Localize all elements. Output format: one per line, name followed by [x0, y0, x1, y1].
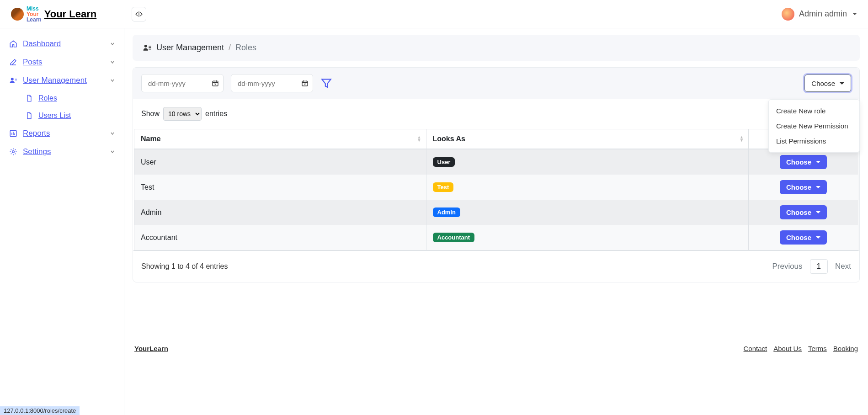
filter-button[interactable]: [320, 77, 332, 89]
rows-select[interactable]: 10 rows: [163, 107, 202, 121]
footer-brand[interactable]: YourLearn: [134, 345, 168, 352]
table-controls: Show 10 rows entries Search: [133, 99, 859, 129]
chevron-down-icon: [816, 186, 820, 188]
user-list-icon: [143, 43, 152, 53]
chart-icon: [9, 129, 18, 138]
sidebar-subitem-users-list[interactable]: Users List: [0, 107, 124, 124]
show-label: Show: [141, 110, 160, 118]
row-choose-button[interactable]: Choose: [780, 230, 827, 245]
footer-link-terms[interactable]: Terms: [808, 345, 827, 352]
panel: Choose Show 10 rows entries Search: [133, 67, 860, 282]
sidebar-item-dashboard[interactable]: Dashboard: [0, 35, 124, 53]
pagination: Previous 1 Next: [772, 259, 851, 274]
choose-dropdown-button[interactable]: Choose: [804, 74, 851, 92]
brand-logo-icon: [11, 8, 24, 21]
footer-link-contact[interactable]: Contact: [744, 345, 767, 352]
role-badge: User: [433, 157, 455, 167]
table-row: TestTestChoose: [134, 175, 858, 200]
svg-point-1: [11, 78, 14, 80]
col-looks-as[interactable]: Looks As▲▼: [426, 129, 748, 149]
avatar-icon: [782, 8, 794, 21]
choose-dropdown-menu: Create New role Create New Permission Li…: [768, 99, 860, 153]
menu-list-permissions[interactable]: List Permissions: [769, 133, 859, 149]
next-button[interactable]: Next: [835, 262, 851, 271]
edit-icon: [9, 58, 18, 66]
brand-name[interactable]: Your Learn: [44, 8, 97, 20]
date-to-input[interactable]: [231, 74, 313, 92]
filter-bar: Choose: [133, 68, 859, 99]
col-name[interactable]: Name▲▼: [134, 129, 426, 149]
role-badge: Test: [433, 182, 454, 192]
chevron-down-icon: [110, 131, 115, 136]
role-badge: Admin: [433, 208, 460, 217]
cell-name: Test: [134, 175, 426, 200]
user-menu[interactable]: Admin admin: [782, 8, 868, 21]
document-icon: [26, 112, 34, 119]
chevron-down-icon: [110, 78, 115, 83]
sidebar-item-user-management[interactable]: User Management: [0, 71, 124, 90]
brand-logo-text: Miss Your Learn: [27, 6, 42, 22]
cell-actions: Choose: [749, 149, 858, 175]
table-row: AdminAdminChoose: [134, 200, 858, 225]
cell-looks-as: User: [426, 149, 748, 175]
footer: YourLearn Contact About Us Terms Booking: [133, 337, 860, 360]
menu-create-permission[interactable]: Create New Permission: [769, 118, 859, 133]
chevron-down-icon: [852, 13, 857, 15]
breadcrumb-section[interactable]: User Management: [156, 43, 224, 53]
page-number[interactable]: 1: [810, 259, 828, 274]
sidebar-item-label: User Management: [23, 76, 87, 85]
breadcrumb-current: Roles: [235, 43, 256, 53]
table-row: UserUserChoose: [134, 149, 858, 175]
user-icon: [9, 76, 18, 85]
cell-name: Admin: [134, 200, 426, 225]
menu-create-role[interactable]: Create New role: [769, 103, 859, 118]
chevron-down-icon: [840, 82, 844, 85]
sidebar-item-label: Roles: [38, 94, 57, 102]
sidebar-subitem-roles[interactable]: Roles: [0, 90, 124, 107]
cell-name: Accountant: [134, 225, 426, 250]
chevron-down-icon: [816, 236, 820, 239]
breadcrumb: User Management / Roles: [133, 35, 860, 61]
table-footer: Showing 1 to 4 of 4 entries Previous 1 N…: [133, 250, 859, 282]
date-from-input[interactable]: [141, 74, 224, 92]
svg-point-8: [12, 151, 15, 153]
sidebar-toggle-button[interactable]: [132, 7, 146, 21]
row-choose-button[interactable]: Choose: [780, 205, 827, 219]
sidebar-item-settings[interactable]: Settings: [0, 143, 124, 161]
footer-link-booking[interactable]: Booking: [833, 345, 858, 352]
prev-button[interactable]: Previous: [772, 262, 802, 271]
entries-label: entries: [205, 110, 227, 118]
cell-looks-as: Admin: [426, 200, 748, 225]
topbar: Miss Your Learn Your Learn Admin admin: [0, 0, 868, 28]
row-choose-button[interactable]: Choose: [780, 155, 827, 169]
chevron-down-icon: [110, 42, 115, 46]
footer-link-about[interactable]: About Us: [773, 345, 802, 352]
sidebar: Dashboard Posts User Management: [0, 28, 124, 415]
chevron-down-icon: [110, 149, 115, 154]
cell-actions: Choose: [749, 225, 858, 250]
sort-icon: ▲▼: [417, 136, 421, 142]
sidebar-item-label: Posts: [23, 58, 43, 67]
table-info: Showing 1 to 4 of 4 entries: [141, 262, 228, 271]
home-icon: [9, 40, 18, 48]
cell-actions: Choose: [749, 200, 858, 225]
sidebar-item-reports[interactable]: Reports: [0, 124, 124, 143]
document-icon: [26, 95, 34, 102]
chevron-down-icon: [816, 161, 820, 163]
roles-table: Name▲▼ Looks As▲▼ UserUserChoose TestTes…: [134, 129, 858, 250]
sidebar-item-label: Users List: [38, 112, 71, 120]
table-row: AccountantAccountantChoose: [134, 225, 858, 250]
role-badge: Accountant: [433, 233, 475, 242]
breadcrumb-separator: /: [229, 43, 231, 53]
cell-looks-as: Accountant: [426, 225, 748, 250]
choose-label: Choose: [811, 80, 835, 87]
cell-looks-as: Test: [426, 175, 748, 200]
cell-actions: Choose: [749, 175, 858, 200]
brand-area[interactable]: Miss Your Learn Your Learn: [0, 6, 124, 22]
row-choose-button[interactable]: Choose: [780, 180, 827, 194]
sidebar-item-posts[interactable]: Posts: [0, 53, 124, 71]
calendar-icon: [212, 80, 219, 87]
chevron-down-icon: [816, 211, 820, 213]
sidebar-item-label: Reports: [23, 129, 50, 138]
cell-name: User: [134, 149, 426, 175]
